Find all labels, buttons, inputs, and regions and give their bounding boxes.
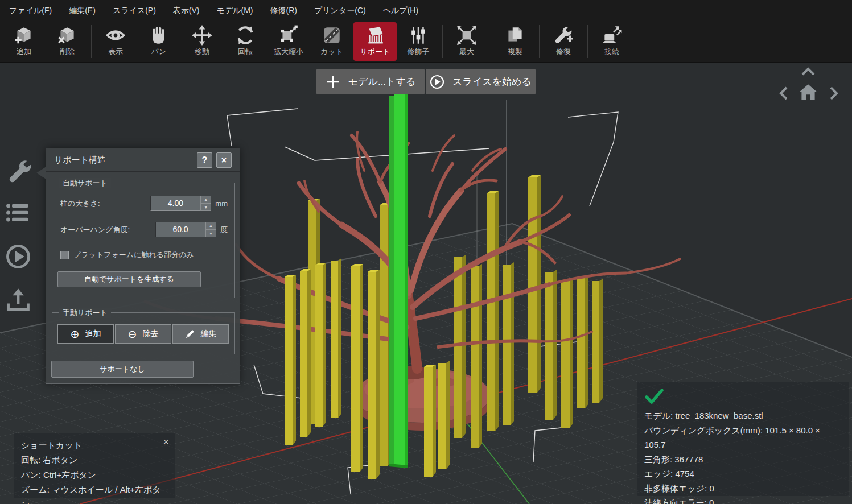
view-up-button[interactable] bbox=[801, 67, 816, 76]
toolbar-pan-button[interactable]: パン bbox=[137, 22, 180, 61]
support-structure-dialog: サポート構造 ? × 自動サポート 柱の大きさ: 4.00 ▲ ▼ mm オーバ… bbox=[46, 148, 240, 384]
toolbar-maximize-button[interactable]: 最大 bbox=[445, 22, 488, 61]
menu-view[interactable]: 表示(V) bbox=[173, 6, 200, 16]
import-model-button[interactable]: モデル...トする bbox=[316, 69, 425, 94]
view-eye-icon bbox=[105, 24, 126, 46]
generate-supports-button[interactable]: 自動でサポートを生成する bbox=[57, 271, 201, 287]
toolbar-separator bbox=[491, 25, 491, 58]
auto-support-legend: 自動サポート bbox=[59, 178, 111, 188]
dialog-help-button[interactable]: ? bbox=[197, 152, 212, 168]
manual-add-label: 追加 bbox=[85, 329, 101, 339]
manual-edit-button[interactable]: 編集 bbox=[172, 324, 229, 344]
toolbar-add-button[interactable]: 追加 bbox=[2, 22, 46, 61]
toolbar-move-label: 移動 bbox=[195, 47, 209, 57]
toolbar-duplicate-button[interactable]: 複製 bbox=[493, 22, 537, 61]
toolbar-move-button[interactable]: 移動 bbox=[180, 22, 224, 61]
modifier-sliders-icon bbox=[408, 24, 429, 46]
import-model-label: モデル...トする bbox=[348, 75, 416, 88]
toolbar-delete-button[interactable]: 削除 bbox=[46, 22, 89, 61]
pan-hand-icon bbox=[148, 24, 170, 46]
toolbar-view-button[interactable]: 表示 bbox=[94, 22, 137, 61]
overhang-angle-spin-up[interactable]: ▲ bbox=[205, 222, 216, 230]
view-navigation-widget bbox=[779, 67, 842, 113]
menu-model[interactable]: モデル(M) bbox=[217, 6, 253, 16]
pillar-size-input[interactable]: 4.00 bbox=[150, 196, 200, 211]
repair-wrench-icon bbox=[553, 24, 574, 46]
manual-remove-button[interactable]: ⊖ 除去 bbox=[115, 324, 171, 344]
overhang-angle-spinbox: 60.0 ▲ ▼ bbox=[155, 222, 216, 237]
shortcuts-title: ショートカット bbox=[21, 438, 168, 453]
toolbar-separator bbox=[587, 25, 588, 58]
menu-file[interactable]: ファイル(F) bbox=[9, 6, 52, 16]
add-model-icon bbox=[13, 24, 35, 46]
pillar-size-spin-down[interactable]: ▼ bbox=[200, 204, 211, 212]
shortcut-zoom: ズーム: マウスホイール / Alt+左ボタン bbox=[21, 482, 168, 504]
play-icon bbox=[430, 75, 444, 89]
overhang-angle-unit: 度 bbox=[220, 225, 228, 235]
toolbar-pan-label: パン bbox=[151, 47, 167, 57]
rotate-icon bbox=[234, 24, 256, 46]
toolbar-support-label: サポート bbox=[360, 47, 390, 57]
delete-model-icon bbox=[56, 24, 78, 46]
toolbar-connect-button[interactable]: 接続 bbox=[590, 22, 633, 61]
touch-platform-only-label: プラットフォームに触れる部分のみ bbox=[73, 250, 194, 260]
menu-help[interactable]: ヘルプ(H) bbox=[383, 6, 418, 16]
circle-minus-icon: ⊖ bbox=[128, 329, 137, 340]
start-slice-label: スライスを始める bbox=[452, 75, 532, 88]
dialog-close-button[interactable]: × bbox=[216, 152, 232, 168]
start-print-icon[interactable] bbox=[5, 243, 32, 270]
toolbar-scale-button[interactable]: 拡大縮小 bbox=[267, 22, 310, 61]
new-support-pillar-green bbox=[389, 94, 408, 468]
manual-add-button[interactable]: ⊕ 追加 bbox=[57, 324, 114, 344]
menu-slice[interactable]: スライス(P) bbox=[113, 6, 156, 16]
support-icon bbox=[364, 24, 386, 46]
pillar-size-label: 柱の大きさ: bbox=[60, 199, 150, 209]
manual-edit-label: 編集 bbox=[201, 329, 217, 339]
view-right-button[interactable] bbox=[829, 86, 838, 101]
toolbar-rotate-button[interactable]: 回転 bbox=[224, 22, 267, 61]
circle-plus-icon: ⊕ bbox=[71, 329, 80, 340]
pencil-icon bbox=[185, 329, 195, 339]
menu-edit[interactable]: 編集(E) bbox=[69, 6, 96, 16]
no-supports-label: サポートなし bbox=[100, 364, 145, 374]
shortcut-rotate: 回転: 右ボタン bbox=[21, 453, 168, 468]
pillar-size-spin-up[interactable]: ▲ bbox=[200, 196, 211, 204]
toolbar-repair-button[interactable]: 修復 bbox=[542, 22, 585, 61]
menu-bar: ファイル(F) 編集(E) スライス(P) 表示(V) モデル(M) 修復(R)… bbox=[0, 0, 852, 21]
scale-icon bbox=[278, 24, 299, 46]
no-supports-button[interactable]: サポートなし bbox=[51, 361, 194, 378]
toolbar-add-label: 追加 bbox=[17, 47, 31, 57]
maximize-icon bbox=[456, 24, 478, 46]
pillar-size-unit: mm bbox=[215, 199, 228, 208]
toolbar-cut-button[interactable]: カット bbox=[310, 22, 353, 61]
toolbar-duplicate-label: 複製 bbox=[508, 47, 522, 57]
model-normal-errors: 法線方向エラー: 0 bbox=[644, 495, 842, 504]
shortcuts-close-icon[interactable]: × bbox=[163, 437, 169, 447]
shortcut-pan: パン: Ctrl+左ボタン bbox=[21, 468, 168, 482]
plus-icon bbox=[326, 75, 340, 89]
viewport-3d[interactable]: モデル...トする スライスを始める bbox=[0, 63, 852, 504]
menu-printer[interactable]: プリンター(C) bbox=[314, 6, 366, 16]
model-list-icon[interactable] bbox=[5, 200, 32, 227]
toolbar-connect-label: 接続 bbox=[604, 47, 619, 57]
overhang-angle-label: オーバーハング角度: bbox=[60, 225, 155, 235]
export-upload-icon[interactable] bbox=[5, 286, 32, 313]
overhang-angle-input[interactable]: 60.0 bbox=[155, 222, 205, 237]
menu-repair[interactable]: 修復(R) bbox=[270, 6, 297, 16]
toolbar-modifier-button[interactable]: 修飾子 bbox=[397, 22, 440, 61]
support-settings-wrench-icon[interactable] bbox=[5, 156, 32, 184]
touch-platform-only-checkbox[interactable] bbox=[60, 251, 69, 259]
overhang-angle-spin-down[interactable]: ▼ bbox=[205, 230, 216, 238]
viewport-action-buttons: モデル...トする スライスを始める bbox=[316, 69, 536, 94]
toolbar-support-button[interactable]: サポート bbox=[353, 22, 397, 61]
model-info-panel: モデル: tree_183knew_base.stl バウンディングボックス(m… bbox=[637, 382, 849, 496]
start-slice-button[interactable]: スライスを始める bbox=[426, 69, 536, 94]
generate-supports-label: 自動でサポートを生成する bbox=[84, 274, 174, 284]
model-triangles: 三角形: 367778 bbox=[644, 452, 842, 467]
view-home-button[interactable] bbox=[797, 82, 819, 104]
dialog-title: サポート構造 bbox=[54, 155, 106, 166]
toolbar-repair-label: 修復 bbox=[556, 47, 571, 57]
model-filename: モデル: tree_183knew_base.stl bbox=[644, 408, 842, 423]
dialog-title-separator bbox=[46, 171, 240, 172]
view-left-button[interactable] bbox=[779, 86, 788, 101]
